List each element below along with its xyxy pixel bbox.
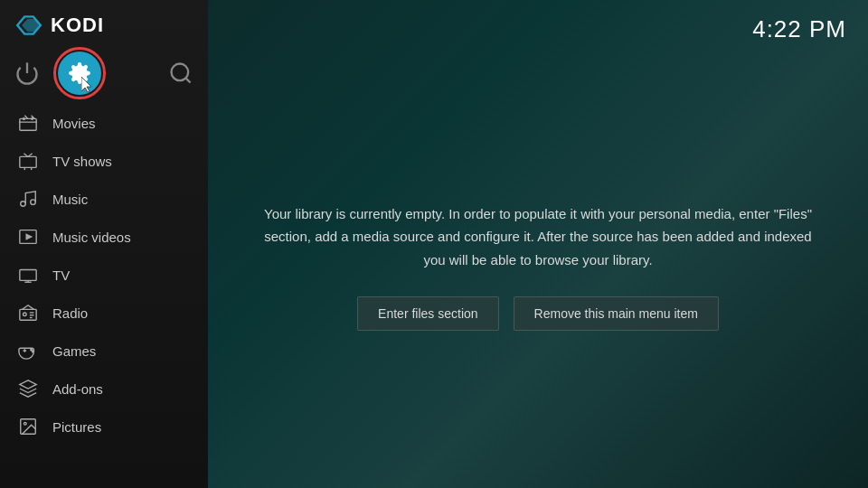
radio-label: Radio [52, 305, 88, 321]
sidebar-item-tvshows[interactable]: TV shows [0, 142, 208, 180]
svg-rect-9 [20, 156, 36, 167]
sidebar-item-games[interactable]: Games [0, 332, 208, 370]
musicvideos-label: Music videos [52, 230, 131, 245]
tv-icon [18, 265, 38, 285]
kodi-logo-icon [14, 11, 43, 40]
main-content: 4:22 PM Your library is currently empty.… [208, 0, 868, 488]
music-icon [18, 189, 38, 209]
svg-point-13 [31, 200, 36, 205]
sidebar-item-musicvideos[interactable]: Music videos [0, 218, 208, 256]
pictures-label: Pictures [52, 419, 101, 435]
radio-icon [18, 303, 38, 323]
sidebar-item-pictures[interactable]: Pictures [0, 408, 208, 446]
tvshows-icon [18, 151, 38, 171]
addons-icon [18, 379, 38, 399]
settings-button[interactable] [58, 52, 101, 95]
music-label: Music [52, 192, 88, 207]
musicvideos-icon [18, 227, 38, 247]
svg-line-5 [185, 78, 190, 82]
games-label: Games [52, 343, 96, 359]
search-icon[interactable] [168, 61, 193, 86]
sidebar-nav: Movies TV shows Music [0, 104, 208, 446]
clock: 4:22 PM [752, 15, 846, 43]
movies-icon [18, 113, 38, 133]
sidebar-header: KODI [0, 0, 208, 50]
addons-label: Add-ons [52, 381, 103, 397]
games-icon [18, 341, 38, 361]
action-buttons: Enter files section Remove this main men… [357, 296, 719, 331]
svg-point-24 [31, 349, 33, 351]
sidebar-item-tv[interactable]: TV [0, 256, 208, 294]
svg-point-8 [32, 118, 33, 120]
sidebar-item-music[interactable]: Music [0, 180, 208, 218]
sidebar-item-movies[interactable]: Movies [0, 104, 208, 142]
movies-label: Movies [52, 116, 96, 131]
gear-icon [68, 61, 91, 85]
pictures-icon [18, 417, 38, 436]
svg-point-27 [24, 422, 26, 425]
sidebar-item-radio[interactable]: Radio [0, 294, 208, 332]
app-container: KODI [0, 0, 868, 488]
power-icon[interactable] [14, 61, 40, 86]
library-message: Your library is currently empty. In orde… [262, 202, 814, 272]
app-title: KODI [51, 14, 104, 37]
tvshows-label: TV shows [52, 154, 112, 169]
svg-marker-15 [26, 234, 32, 239]
svg-point-4 [172, 64, 189, 81]
svg-point-20 [24, 313, 27, 316]
svg-point-7 [24, 118, 25, 120]
enter-files-button[interactable]: Enter files section [357, 296, 499, 331]
svg-rect-16 [20, 270, 36, 281]
tv-label: TV [52, 267, 70, 283]
svg-point-12 [21, 202, 26, 207]
sidebar: KODI [0, 0, 208, 488]
svg-rect-6 [20, 118, 36, 130]
top-bar: 4:22 PM [208, 0, 868, 45]
sidebar-item-addons[interactable]: Add-ons [0, 370, 208, 408]
sidebar-top-icons [0, 50, 208, 104]
remove-menu-item-button[interactable]: Remove this main menu item [514, 296, 719, 331]
center-content: Your library is currently empty. In orde… [208, 45, 868, 488]
